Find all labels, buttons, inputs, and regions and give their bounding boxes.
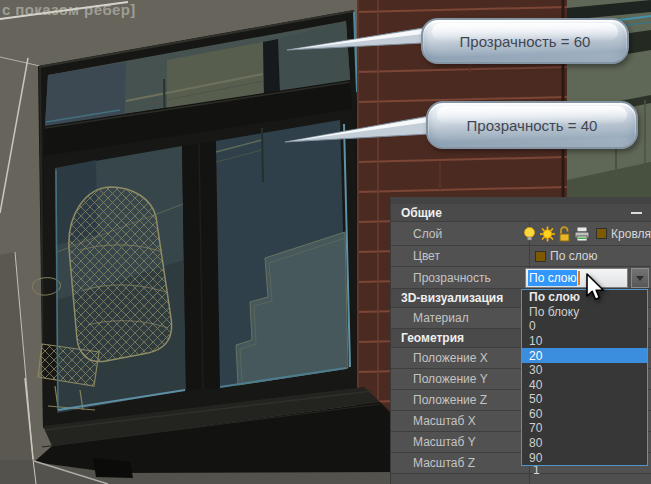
dropdown-item[interactable]: 0	[522, 319, 647, 334]
dropdown-item[interactable]: 80	[522, 436, 647, 451]
color-value: По слою	[550, 249, 597, 263]
callout-transparency-60: Прозрачность = 60	[421, 18, 629, 64]
position-z-label: Положение Z	[391, 393, 529, 407]
dropdown-item-selected[interactable]: 20	[522, 348, 647, 363]
row-color[interactable]: Цвет По слою	[391, 246, 651, 267]
text-caret	[578, 271, 580, 285]
transparency-dropdown-list: По слою По блоку 0 10 20 30 40 50 60 70 …	[521, 289, 648, 466]
bulb-icon[interactable]	[522, 226, 537, 242]
dropdown-item[interactable]: 90	[522, 450, 647, 465]
dropdown-item[interactable]: 70	[522, 421, 647, 436]
color-swatch-icon	[535, 251, 546, 262]
printer-icon[interactable]	[574, 226, 591, 242]
position-y-label: Положение Y	[391, 372, 529, 386]
callout-60-text: Прозрачность = 60	[460, 33, 591, 50]
layer-value: Кровля	[611, 227, 651, 241]
row-transparency[interactable]: Прозрачность По слою	[391, 267, 651, 289]
layer-swatch-icon	[596, 228, 607, 239]
callout-40-text: Прозрачность = 40	[467, 117, 598, 134]
category-3d-label: 3D-визуализация	[401, 291, 503, 305]
transparency-dropdown-button[interactable]	[631, 268, 649, 288]
callout-40-tail	[283, 112, 431, 146]
dropdown-item[interactable]: 30	[522, 363, 647, 378]
dropdown-item[interactable]: По блоку	[522, 305, 647, 320]
panel-top-strip	[391, 197, 651, 204]
callout-60-tail	[285, 26, 425, 56]
transparency-label: Прозрачность	[391, 271, 529, 285]
category-geometry-label: Геометрия	[401, 331, 464, 345]
layer-label: Слой	[391, 227, 518, 241]
collapse-icon[interactable]	[631, 212, 642, 214]
transparency-value: По слою	[528, 270, 577, 286]
dropdown-item[interactable]: 50	[522, 392, 647, 407]
mouse-cursor	[585, 273, 611, 303]
window	[32, 10, 367, 428]
color-label: Цвет	[391, 249, 529, 263]
unlock-icon[interactable]	[558, 226, 572, 242]
scale-x-label: Масштаб X	[391, 414, 529, 428]
chevron-down-icon	[636, 276, 644, 281]
dropdown-item[interactable]: 40	[522, 377, 647, 392]
callout-transparency-40: Прозрачность = 40	[426, 101, 638, 149]
viewport-style-label: с показом рёбер]	[2, 1, 136, 18]
dropdown-item[interactable]: 10	[522, 334, 647, 349]
transparency-combobox[interactable]: По слою	[525, 268, 628, 288]
dropdown-item[interactable]: 60	[522, 407, 647, 422]
position-x-label: Положение X	[391, 351, 529, 365]
category-general-label: Общие	[401, 206, 442, 220]
scale-z-label: Масштаб Z	[391, 456, 529, 470]
application-window: с показом рёбер] Прозрачность = 60 Прозр…	[0, 0, 651, 484]
right-pane-glass	[216, 120, 348, 388]
scale-y-label: Масштаб Y	[391, 435, 529, 449]
row-layer[interactable]: Слой	[391, 222, 651, 246]
material-label: Материал	[391, 311, 529, 325]
category-general[interactable]: Общие	[391, 204, 651, 222]
sun-icon[interactable]	[539, 226, 556, 242]
